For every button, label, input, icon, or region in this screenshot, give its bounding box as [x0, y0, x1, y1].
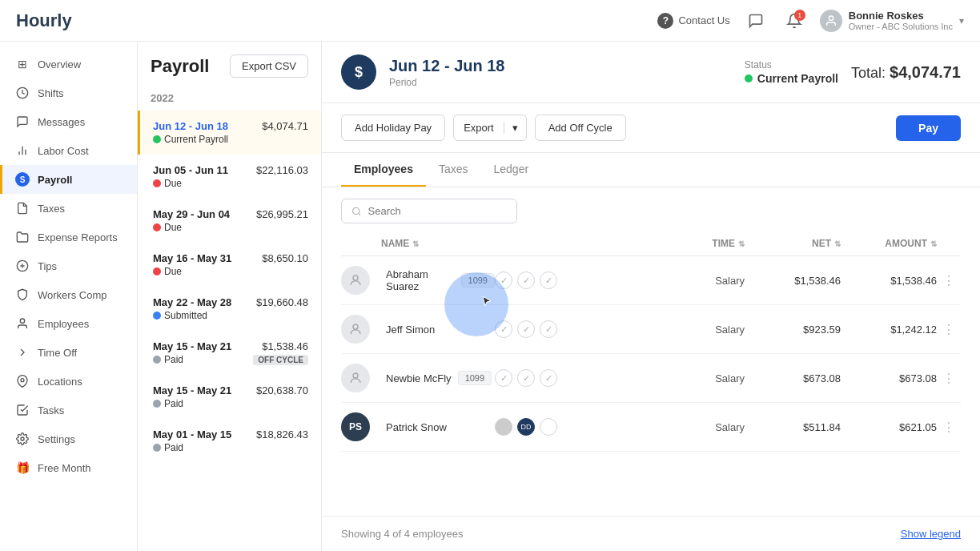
emp-icon-patrick-3[interactable]	[540, 418, 557, 436]
employee-row-patrick: PS Patrick Snow DD Salary $511.84 $621.0…	[341, 403, 961, 452]
emp-icon-circle-1[interactable]: ✓	[495, 271, 512, 289]
export-button[interactable]: Export ▾	[453, 115, 527, 141]
employee-row-jeff: Jeff Simon ✓ ✓ ✓ Salary $923.59 $1,242.1…	[341, 305, 961, 354]
payroll-icon: S	[15, 172, 30, 187]
col-header-amount: AMOUNT ⇅	[841, 238, 937, 249]
tab-taxes[interactable]: Taxes	[426, 153, 481, 187]
sidebar-item-locations[interactable]: Locations	[0, 367, 137, 396]
pay-button[interactable]: Pay	[896, 115, 961, 141]
sidebar-item-expense-reports[interactable]: Expense Reports	[0, 223, 137, 251]
emp-icon-newbie-1[interactable]: ✓	[495, 369, 512, 387]
emp-avatar-jeff	[341, 315, 370, 344]
user-avatar-icon	[820, 10, 842, 32]
sidebar-item-label: Workers Comp	[38, 289, 106, 301]
payroll-list-item-0[interactable]: Jun 12 - Jun 18 $4,074.71 Current Payrol…	[138, 111, 321, 155]
svg-point-9	[21, 379, 24, 382]
export-dropdown-arrow[interactable]: ▾	[504, 122, 526, 134]
emp-icons-patrick: DD	[495, 418, 649, 436]
svg-line-12	[359, 213, 360, 215]
sidebar-item-tips[interactable]: Tips	[0, 251, 137, 280]
sidebar-item-employees[interactable]: Employees	[0, 309, 137, 338]
sidebar-item-label: Employees	[38, 318, 89, 330]
sidebar-item-label: Overview	[38, 58, 81, 70]
emp-more-jeff[interactable]: ⋮	[937, 322, 961, 337]
table-header: NAME ⇅ TIME ⇅ NET ⇅ AMOUNT ⇅	[341, 231, 961, 256]
amount-sort-icon[interactable]: ⇅	[930, 239, 937, 248]
sidebar-item-taxes[interactable]: Taxes	[0, 194, 137, 223]
payroll-list-item-1[interactable]: Jun 05 - Jun 11 $22,116.03 Due	[138, 155, 321, 199]
payroll-list-item-4[interactable]: May 22 - May 28 $19,660.48 Submitted	[138, 287, 321, 331]
payroll-list-item-2[interactable]: May 29 - Jun 04 $26,995.21 Due	[138, 199, 321, 243]
emp-icon-newbie-2[interactable]: ✓	[517, 369, 535, 387]
payroll-list-item-6[interactable]: May 15 - May 21 $20,638.70 Paid	[138, 375, 321, 419]
emp-icons-newbie: ✓ ✓ ✓	[495, 369, 649, 387]
taxes-icon	[15, 201, 30, 215]
search-row	[341, 187, 961, 231]
net-sort-icon[interactable]: ⇅	[834, 239, 841, 248]
svg-point-0	[829, 16, 833, 20]
emp-more-abraham[interactable]: ⋮	[937, 273, 961, 288]
showing-count: Showing 4 of 4 employees	[341, 528, 463, 540]
emp-more-patrick[interactable]: ⋮	[937, 420, 961, 435]
emp-net-newbie: $673.08	[745, 372, 841, 384]
emp-net-patrick: $511.84	[745, 421, 841, 433]
sidebar-item-time-off[interactable]: Time Off	[0, 338, 137, 367]
show-legend-link[interactable]: Show legend	[901, 528, 961, 540]
add-holiday-pay-button[interactable]: Add Holiday Pay	[341, 115, 445, 141]
messages-icon-button[interactable]	[743, 8, 769, 34]
emp-amount-jeff: $1,242.12	[841, 324, 937, 336]
time-sort-icon[interactable]: ⇅	[738, 239, 745, 248]
emp-type-patrick: Salary	[649, 421, 745, 433]
emp-icons-jeff: ✓ ✓ ✓	[495, 320, 649, 338]
sidebar-item-shifts[interactable]: Shifts	[0, 78, 137, 107]
sidebar-item-overview[interactable]: ⊞ Overview	[0, 50, 137, 78]
emp-more-newbie[interactable]: ⋮	[937, 371, 961, 386]
user-menu[interactable]: Bonnie Roskes Owner - ABC Solutions Inc …	[820, 10, 964, 32]
payroll-list-item-7[interactable]: May 01 - May 15 $18,826.43 Paid	[138, 419, 321, 463]
export-csv-button[interactable]: Export CSV	[230, 54, 308, 78]
emp-icon-patrick-1[interactable]	[495, 418, 512, 436]
emp-icon-newbie-3[interactable]: ✓	[540, 369, 557, 387]
payroll-list-panel: Payroll Export CSV 2022 Jun 12 - Jun 18 …	[138, 42, 322, 551]
sidebar-item-label: Tasks	[38, 404, 64, 416]
payroll-detail-panel: $ Jun 12 - Jun 18 Period Status Current …	[322, 42, 980, 551]
payroll-list-item-5[interactable]: May 15 - May 21 $1,538.46 Paid OFF CYCLE	[138, 331, 321, 375]
user-info: Bonnie Roskes Owner - ABC Solutions Inc	[849, 10, 953, 31]
add-off-cycle-button[interactable]: Add Off Cycle	[535, 115, 626, 141]
tab-ledger[interactable]: Ledger	[481, 153, 542, 187]
emp-icon-circle-3[interactable]: ✓	[540, 271, 557, 289]
emp-icon-jeff-2[interactable]: ✓	[517, 320, 535, 338]
payroll-list-item-3[interactable]: May 16 - May 31 $8,650.10 Due	[138, 243, 321, 287]
svg-point-11	[353, 207, 359, 214]
notifications-icon-button[interactable]: 1	[781, 8, 807, 34]
emp-type-abraham: Salary	[649, 275, 745, 287]
emp-icon-circle-2[interactable]: ✓	[517, 271, 535, 289]
emp-icon-patrick-2[interactable]: DD	[517, 418, 535, 436]
sidebar-item-labor-cost[interactable]: Labor Cost	[0, 136, 137, 165]
sidebar-item-tasks[interactable]: Tasks	[0, 396, 137, 424]
sidebar-item-workers-comp[interactable]: Workers Comp	[0, 280, 137, 309]
search-input[interactable]	[368, 205, 507, 217]
contact-us-button[interactable]: ? Contact Us	[657, 13, 729, 29]
sidebar-item-label: Free Month	[38, 462, 90, 474]
svg-point-15	[353, 373, 358, 378]
payroll-list-scroll: Jun 12 - Jun 18 $4,074.71 Current Payrol…	[138, 111, 321, 551]
search-box[interactable]	[341, 199, 517, 223]
emp-icon-jeff-1[interactable]: ✓	[495, 320, 512, 338]
tab-employees[interactable]: Employees	[341, 153, 426, 187]
sidebar-item-free-month[interactable]: 🎁 Free Month	[0, 453, 137, 482]
sidebar-item-payroll[interactable]: S Payroll	[0, 165, 137, 194]
sidebar-item-messages[interactable]: Messages	[0, 107, 137, 136]
sidebar-item-label: Tips	[38, 260, 57, 272]
expense-reports-icon	[15, 230, 30, 244]
payroll-status-label: Status	[745, 59, 838, 70]
emp-type-jeff: Salary	[649, 324, 745, 336]
emp-icon-jeff-3[interactable]: ✓	[540, 320, 557, 338]
name-sort-icon[interactable]: ⇅	[412, 239, 419, 248]
sidebar-item-settings[interactable]: Settings	[0, 424, 137, 453]
payroll-list-year: 2022	[138, 81, 321, 111]
emp-name-abraham: Abraham Suarez	[386, 268, 455, 292]
payroll-period-sublabel: Period	[389, 77, 732, 88]
emp-type-newbie: Salary	[649, 372, 745, 384]
emp-avatar-patrick: PS	[341, 412, 370, 441]
